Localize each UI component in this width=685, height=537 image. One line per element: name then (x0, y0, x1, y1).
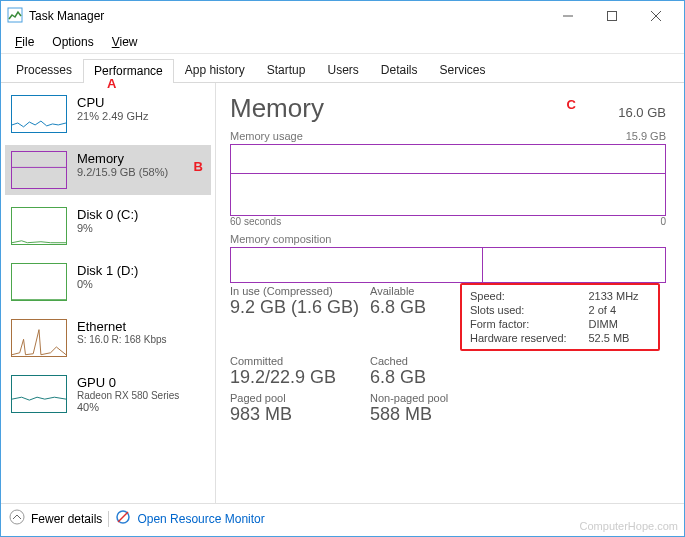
inuse-value: 9.2 GB (1.6 GB) (230, 297, 370, 318)
cpu-thumb-icon (11, 95, 67, 133)
ethernet-thumb-icon (11, 319, 67, 357)
sidebar-cpu-title: CPU (77, 95, 149, 110)
sidebar-item-disk0[interactable]: Disk 0 (C:) 9% (5, 201, 211, 251)
tab-services[interactable]: Services (429, 58, 497, 82)
svg-line-9 (118, 512, 128, 522)
sidebar-ethernet-sub: S: 16.0 R: 168 Kbps (77, 334, 167, 345)
committed-label: Committed (230, 355, 370, 367)
hw-label: Hardware reserved: (470, 331, 588, 345)
speed-value: 2133 MHz (588, 289, 650, 303)
sidebar-disk0-title: Disk 0 (C:) (77, 207, 138, 222)
paged-value: 983 MB (230, 404, 370, 425)
annotation-b: B (194, 159, 203, 174)
axis-right: 0 (660, 216, 666, 227)
disk0-thumb-icon (11, 207, 67, 245)
sidebar-disk1-title: Disk 1 (D:) (77, 263, 138, 278)
comp-label: Memory composition (230, 233, 331, 245)
svg-point-7 (10, 510, 24, 524)
footer-divider (108, 511, 109, 527)
close-button[interactable] (634, 1, 678, 31)
available-label: Available (370, 285, 460, 297)
tab-details[interactable]: Details (370, 58, 429, 82)
menubar: File Options View (1, 31, 684, 54)
sidebar-gpu-sub2: 40% (77, 401, 179, 413)
svg-rect-2 (608, 12, 617, 21)
titlebar: Task Manager (1, 1, 684, 31)
chevron-up-icon[interactable] (9, 509, 25, 528)
sidebar-item-cpu[interactable]: CPU 21% 2.49 GHz (5, 89, 211, 139)
sidebar-gpu-sub: Radeon RX 580 Series (77, 390, 179, 401)
paged-label: Paged pool (230, 392, 370, 404)
monitor-icon (115, 509, 131, 528)
menu-options[interactable]: Options (44, 33, 101, 51)
hw-value: 52.5 MB (588, 331, 650, 345)
specs-box: Speed:2133 MHz Slots used:2 of 4 Form fa… (460, 283, 660, 351)
main-heading: Memory (230, 93, 324, 124)
axis-left: 60 seconds (230, 216, 281, 227)
committed-value: 19.2/22.9 GB (230, 367, 370, 388)
fewer-details-link[interactable]: Fewer details (31, 512, 102, 526)
tab-app-history[interactable]: App history (174, 58, 256, 82)
tab-startup[interactable]: Startup (256, 58, 317, 82)
sidebar-item-gpu[interactable]: GPU 0 Radeon RX 580 Series 40% (5, 369, 211, 419)
menu-view[interactable]: View (104, 33, 146, 51)
sidebar-disk0-sub: 9% (77, 222, 138, 234)
sidebar-item-memory[interactable]: Memory 9.2/15.9 GB (58%) B (5, 145, 211, 195)
window-title: Task Manager (29, 9, 546, 23)
speed-label: Speed: (470, 289, 588, 303)
maximize-button[interactable] (590, 1, 634, 31)
sidebar-cpu-sub: 21% 2.49 GHz (77, 110, 149, 122)
memory-capacity: 16.0 GB (618, 105, 666, 120)
tab-bar: Processes Performance App history Startu… (1, 54, 684, 83)
tab-performance[interactable]: Performance (83, 59, 174, 83)
window-controls (546, 1, 678, 31)
minimize-button[interactable] (546, 1, 590, 31)
main-panel: Memory 16.0 GB Memory usage 15.9 GB 60 s… (216, 83, 684, 503)
memory-usage-graph[interactable] (230, 144, 666, 216)
watermark: ComputerHope.com (580, 520, 678, 532)
menu-file[interactable]: File (7, 33, 42, 51)
form-label: Form factor: (470, 317, 588, 331)
slots-value: 2 of 4 (588, 303, 650, 317)
available-value: 6.8 GB (370, 297, 460, 318)
gpu-thumb-icon (11, 375, 67, 413)
usage-label: Memory usage (230, 130, 303, 142)
sidebar: CPU 21% 2.49 GHz Memory 9.2/15.9 GB (58%… (1, 83, 216, 503)
slots-label: Slots used: (470, 303, 588, 317)
usage-max: 15.9 GB (626, 130, 666, 142)
form-value: DIMM (588, 317, 650, 331)
sidebar-disk1-sub: 0% (77, 278, 138, 290)
sidebar-gpu-title: GPU 0 (77, 375, 179, 390)
annotation-c: C (567, 97, 576, 112)
tab-processes[interactable]: Processes (5, 58, 83, 82)
sidebar-item-ethernet[interactable]: Ethernet S: 16.0 R: 168 Kbps (5, 313, 211, 363)
memory-thumb-icon (11, 151, 67, 189)
nonpaged-value: 588 MB (370, 404, 460, 425)
sidebar-memory-title: Memory (77, 151, 168, 166)
sidebar-memory-sub: 9.2/15.9 GB (58%) (77, 166, 168, 178)
open-resource-monitor-link[interactable]: Open Resource Monitor (137, 512, 264, 526)
sidebar-ethernet-title: Ethernet (77, 319, 167, 334)
inuse-label: In use (Compressed) (230, 285, 370, 297)
cached-label: Cached (370, 355, 460, 367)
memory-composition-graph[interactable] (230, 247, 666, 283)
sidebar-item-disk1[interactable]: Disk 1 (D:) 0% (5, 257, 211, 307)
disk1-thumb-icon (11, 263, 67, 301)
nonpaged-label: Non-paged pool (370, 392, 460, 404)
cached-value: 6.8 GB (370, 367, 460, 388)
content-area: CPU 21% 2.49 GHz Memory 9.2/15.9 GB (58%… (1, 83, 684, 503)
taskmgr-icon (7, 7, 23, 26)
tab-users[interactable]: Users (316, 58, 369, 82)
